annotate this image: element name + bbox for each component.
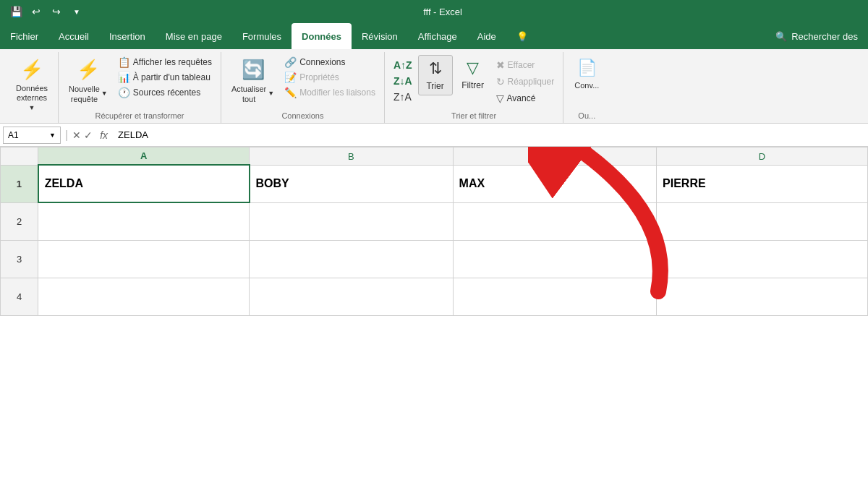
table-row: 4 [1, 278, 868, 315]
tableau-label: À partir d'un tableau [133, 72, 210, 82]
nouvelle-requete-button[interactable]: ⚡ Nouvellerequête ▼ [64, 55, 112, 107]
cell-A4[interactable] [38, 278, 250, 315]
avance-label: Avancé [507, 93, 536, 103]
cell-ref-dropdown[interactable]: ▼ [49, 132, 56, 139]
partir-tableau-button[interactable]: 📊 À partir d'un tableau [115, 70, 215, 85]
menu-formules[interactable]: Formules [232, 23, 292, 49]
cell-A3[interactable] [38, 240, 250, 278]
cell-D2[interactable] [657, 202, 868, 240]
cancel-formula-icon[interactable]: ✕ [72, 129, 81, 141]
tableau-icon: 📊 [118, 72, 130, 83]
donnees-externes-button[interactable]: ⚡ Donnéesexternes ▼ [12, 55, 52, 116]
cell-A1[interactable]: ZELDA [38, 165, 250, 202]
menu-lightbulb[interactable]: 💡 [506, 23, 538, 49]
cell-B4[interactable] [250, 278, 454, 315]
window-title: fff - Excel [423, 7, 462, 17]
col-header-C[interactable]: C [453, 147, 657, 166]
group-label-recuperer: Récupérer et transformer [64, 110, 215, 123]
connexions-button[interactable]: 🔗 Connexions [281, 55, 378, 69]
filtrer-button[interactable]: ▽ Filtrer [456, 55, 490, 94]
az-sort-stack: A↑Z Z↓A Z↑A [391, 58, 415, 104]
actualiser-label: Actualisertout [231, 84, 266, 105]
table-row: 3 [1, 240, 868, 278]
redo-icon[interactable]: ↪ [49, 4, 64, 19]
za-icon: Z↓A [393, 75, 412, 87]
spreadsheet-area: A B C D 1 ZELDA BOBY MAX PIERRE 2 [0, 147, 868, 316]
actualiser-label-wrap: Actualisertout ▼ [231, 84, 274, 105]
undo-icon[interactable]: ↩ [29, 4, 43, 19]
sources-label: Sources récentes [133, 87, 200, 98]
formula-divider-1: | [65, 129, 68, 142]
row-header-1[interactable]: 1 [1, 165, 38, 202]
proprietes-label: Propriétés [299, 72, 339, 82]
group-label-conv: Ou... [569, 110, 604, 123]
sort-custom-button[interactable]: Z↑A [391, 90, 415, 104]
cell-C2[interactable] [453, 202, 657, 240]
proprietes-icon: 📝 [284, 72, 297, 83]
cell-D1[interactable]: PIERRE [657, 165, 868, 202]
column-header-row: A B C D [1, 147, 868, 166]
menu-donnees[interactable]: Données [292, 23, 352, 49]
col-header-B[interactable]: B [250, 147, 454, 166]
confirm-formula-icon[interactable]: ✓ [84, 129, 93, 141]
col-header-A[interactable]: A [38, 147, 250, 166]
cell-D4[interactable] [657, 278, 868, 315]
effacer-button[interactable]: ✖ Effacer [493, 58, 558, 72]
menu-affichage[interactable]: Affichage [408, 23, 467, 49]
reappliquer-button[interactable]: ↻ Réappliquer [493, 74, 558, 89]
search-icon: 🔍 [775, 31, 787, 42]
cell-ref-value: A1 [8, 130, 19, 140]
group-label-donnees [12, 119, 52, 123]
menu-fichier[interactable]: Fichier [0, 23, 48, 49]
connexions-icon: 🔗 [284, 56, 297, 68]
donnees-icon: ⚡ [20, 58, 43, 82]
menu-insertion[interactable]: Insertion [99, 23, 156, 49]
save-icon[interactable]: 💾 [9, 4, 23, 19]
proprietes-button[interactable]: 📝 Propriétés [281, 70, 378, 85]
cell-B2[interactable] [250, 202, 454, 240]
row-header-4[interactable]: 4 [1, 278, 38, 315]
formula-input[interactable] [115, 127, 865, 144]
col-header-D[interactable]: D [657, 147, 868, 166]
cell-C4[interactable] [453, 278, 657, 315]
modifier-liaisons-button[interactable]: ✏️ Modifier les liaisons [281, 85, 378, 100]
trier-icon: ⇅ [429, 59, 442, 80]
requete-label-wrap: Nouvellerequête ▼ [69, 84, 108, 105]
ribbon-group-connexions: 🔄 Actualisertout ▼ 🔗 Connexions 📝 Propri… [221, 52, 385, 123]
actualiser-button[interactable]: 🔄 Actualisertout ▼ [227, 55, 278, 107]
dropdown-icon[interactable]: ▼ [69, 4, 84, 19]
cell-C3[interactable] [453, 240, 657, 278]
cell-C1[interactable]: MAX [453, 165, 657, 202]
menu-aide[interactable]: Aide [467, 23, 506, 49]
afficher-requetes-button[interactable]: 📋 Afficher les requêtes [115, 55, 215, 69]
table-row: 1 ZELDA BOBY MAX PIERRE [1, 165, 868, 202]
title-bar: 💾 ↩ ↪ ▼ fff - Excel [0, 0, 868, 23]
search-box[interactable]: 🔍 Rechercher des [765, 23, 868, 49]
sort-az-button[interactable]: A↑Z [391, 58, 415, 72]
menu-revision[interactable]: Révision [352, 23, 408, 49]
conv-button[interactable]: 📄 Conv... [569, 55, 604, 93]
corner-cell [1, 147, 38, 166]
az-icon: A↑Z [393, 59, 412, 71]
cell-A2[interactable] [38, 202, 250, 240]
trier-button[interactable]: ⇅ Trier [418, 55, 453, 95]
table-row: 2 [1, 202, 868, 240]
cell-reference[interactable]: A1 ▼ [3, 127, 61, 144]
cell-D3[interactable] [657, 240, 868, 278]
row-header-3[interactable]: 3 [1, 240, 38, 278]
menu-mise-en-page[interactable]: Mise en page [156, 23, 232, 49]
avance-button[interactable]: ▽ Avancé [493, 91, 558, 106]
menu-accueil[interactable]: Accueil [48, 23, 99, 49]
ribbon-group-conv: 📄 Conv... Ou... [563, 52, 610, 123]
cell-B1[interactable]: BOBY [250, 165, 454, 202]
sources-recentes-button[interactable]: 🕐 Sources récentes [115, 85, 215, 100]
avance-icon: ▽ [496, 93, 504, 104]
ribbon-group-donnees-externes: ⚡ Donnéesexternes ▼ [6, 52, 59, 123]
row-header-2[interactable]: 2 [1, 202, 38, 240]
search-label: Rechercher des [791, 31, 858, 42]
ribbon: ⚡ Donnéesexternes ▼ ⚡ Nouvellerequête ▼ … [0, 49, 868, 124]
sort-za-button[interactable]: Z↓A [391, 74, 415, 88]
cell-B3[interactable] [250, 240, 454, 278]
ribbon-group-content: ⚡ Donnéesexternes ▼ [12, 55, 52, 119]
filtrer-label: Filtrer [461, 80, 484, 92]
